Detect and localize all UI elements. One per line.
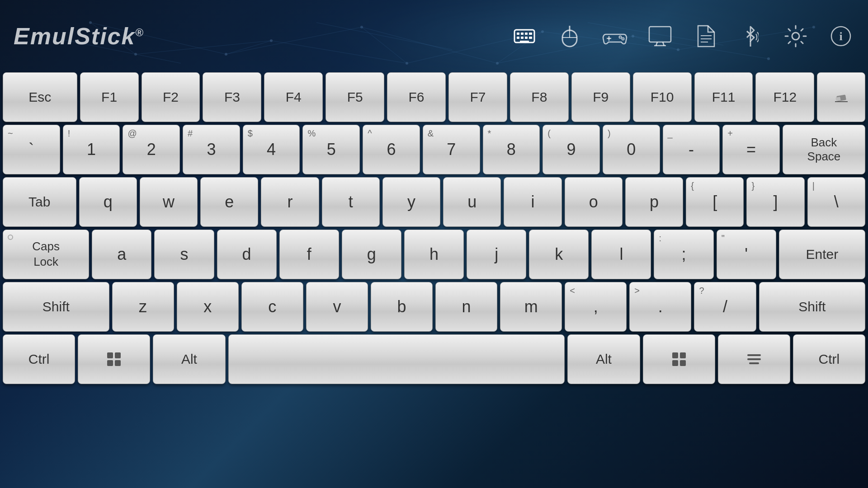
svg-rect-39 [529, 37, 532, 39]
key-k[interactable]: k [529, 230, 589, 279]
key-alt-left[interactable]: Alt [153, 334, 225, 384]
key-h[interactable]: h [404, 230, 464, 279]
key-caps-lock[interactable]: CapsLock [3, 230, 89, 279]
key-w[interactable]: w [140, 177, 198, 227]
key-esc[interactable]: Esc [3, 72, 77, 122]
key-a[interactable]: a [92, 230, 151, 279]
key-win-right[interactable] [643, 334, 715, 384]
key-y[interactable]: y [382, 177, 440, 227]
key-alt-right[interactable]: Alt [567, 334, 640, 384]
key-f9[interactable]: F9 [571, 72, 630, 122]
nav-keyboard[interactable] [511, 23, 538, 50]
key-period[interactable]: > . [629, 282, 691, 332]
key-backtick[interactable]: ~ ` [3, 125, 60, 174]
key-quote[interactable]: " ' [717, 230, 776, 279]
nav-gamepad[interactable] [601, 23, 628, 50]
key-eraser[interactable] [817, 72, 865, 122]
key-minus[interactable]: _ - [663, 125, 720, 174]
key-f2[interactable]: F2 [142, 72, 200, 122]
key-menu[interactable] [718, 334, 790, 384]
key-s[interactable]: s [154, 230, 214, 279]
key-2[interactable]: @ 2 [123, 125, 180, 174]
key-slash[interactable]: ? / [694, 282, 756, 332]
key-e[interactable]: e [200, 177, 258, 227]
key-r[interactable]: r [261, 177, 319, 227]
menu-icon [747, 354, 761, 364]
key-t[interactable]: t [322, 177, 380, 227]
key-x[interactable]: x [177, 282, 239, 332]
nav-settings[interactable] [782, 23, 809, 50]
key-d[interactable]: d [217, 230, 277, 279]
key-5[interactable]: % 5 [302, 125, 360, 174]
windows-icon-right [672, 352, 686, 366]
key-8[interactable]: * 8 [483, 125, 540, 174]
key-backspace[interactable]: BackSpace [783, 125, 865, 174]
key-1[interactable]: ! 1 [63, 125, 120, 174]
svg-rect-35 [529, 33, 532, 35]
key-p[interactable]: p [625, 177, 683, 227]
key-q[interactable]: q [79, 177, 137, 227]
key-v[interactable]: v [306, 282, 368, 332]
windows-icon [107, 352, 121, 366]
svg-point-47 [619, 36, 622, 38]
key-equals[interactable]: + = [722, 125, 780, 174]
key-0[interactable]: ) 0 [603, 125, 660, 174]
key-g[interactable]: g [342, 230, 401, 279]
nav-mouse[interactable] [556, 23, 583, 50]
key-ctrl-right[interactable]: Ctrl [793, 334, 865, 384]
svg-rect-49 [649, 27, 671, 42]
key-i[interactable]: i [504, 177, 561, 227]
key-rbracket[interactable]: } ] [746, 177, 804, 227]
key-b[interactable]: b [371, 282, 433, 332]
app-trademark: ® [135, 26, 144, 38]
key-n[interactable]: n [435, 282, 497, 332]
key-4[interactable]: $ 4 [243, 125, 300, 174]
key-6[interactable]: ^ 6 [363, 125, 420, 174]
key-f11[interactable]: F11 [694, 72, 753, 122]
key-f3[interactable]: F3 [203, 72, 261, 122]
key-comma[interactable]: < , [565, 282, 627, 332]
key-f1[interactable]: F1 [80, 72, 139, 122]
key-win-left[interactable] [78, 334, 150, 384]
key-j[interactable]: j [467, 230, 526, 279]
key-9[interactable]: ( 9 [542, 125, 600, 174]
key-f6[interactable]: F6 [387, 72, 446, 122]
key-c[interactable]: c [241, 282, 303, 332]
key-f5[interactable]: F5 [326, 72, 384, 122]
key-l[interactable]: l [591, 230, 651, 279]
qwerty-row: Tab q w e r t y u i o p [3, 177, 865, 227]
key-f10[interactable]: F10 [633, 72, 692, 122]
key-f8[interactable]: F8 [510, 72, 569, 122]
nav-display[interactable] [646, 23, 674, 50]
key-space[interactable] [228, 334, 565, 384]
key-o[interactable]: o [565, 177, 623, 227]
key-ctrl-left[interactable]: Ctrl [3, 334, 75, 384]
key-f[interactable]: f [279, 230, 339, 279]
nav-bluetooth[interactable] [737, 23, 764, 50]
key-m[interactable]: m [500, 282, 562, 332]
key-z[interactable]: z [112, 282, 174, 332]
key-backslash[interactable]: | \ [807, 177, 865, 227]
key-lbracket[interactable]: { [ [686, 177, 744, 227]
nav-file[interactable] [692, 23, 719, 50]
key-f7[interactable]: F7 [448, 72, 507, 122]
key-shift-left[interactable]: Shift [3, 282, 109, 332]
app-name: EmulStick [14, 23, 135, 49]
key-shift-right[interactable]: Shift [759, 282, 866, 332]
keyboard: Esc F1 F2 F3 F4 F5 F6 F7 F8 F9 F10 [0, 72, 868, 384]
key-f12[interactable]: F12 [755, 72, 814, 122]
nav-icons: i [511, 23, 854, 50]
zxcv-row: Shift z x c v b n m < , > . [3, 282, 865, 332]
svg-rect-61 [835, 97, 840, 101]
key-3[interactable]: # 3 [183, 125, 240, 174]
asdf-row: CapsLock a s d f g h j k l : ; [3, 230, 865, 279]
key-7[interactable]: & 7 [423, 125, 480, 174]
key-tab[interactable]: Tab [3, 177, 76, 227]
svg-point-57 [792, 33, 799, 40]
header: EmulStick® [0, 0, 868, 72]
key-f4[interactable]: F4 [264, 72, 323, 122]
nav-info[interactable]: i [827, 23, 854, 50]
key-enter[interactable]: Enter [779, 230, 865, 279]
key-semicolon[interactable]: : ; [654, 230, 713, 279]
key-u[interactable]: u [443, 177, 501, 227]
